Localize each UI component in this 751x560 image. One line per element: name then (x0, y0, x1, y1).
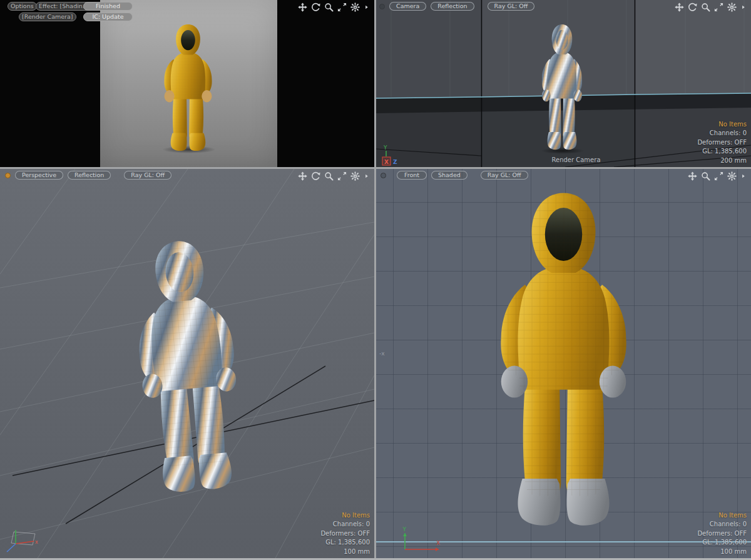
viewport-status: No Items Channels: 0 Deformers: OFF GL: … (320, 511, 370, 557)
shading-mode-button[interactable]: Reflection (431, 2, 474, 11)
pan-icon[interactable] (298, 171, 307, 181)
orbit-icon[interactable] (311, 3, 320, 12)
menu-arrow-icon[interactable] (364, 3, 369, 12)
deformers-status: Deformers: OFF (697, 138, 747, 148)
settings-gear-icon[interactable] (727, 171, 737, 181)
render-image (100, 0, 277, 167)
axis-gizmo: Y X (399, 526, 451, 553)
gl-polygon-count: GL: 1,385,600 (697, 538, 747, 547)
selection-status: No Items (697, 511, 747, 521)
shading-mode-button[interactable]: Reflection (68, 171, 111, 180)
menu-arrow-icon[interactable] (740, 171, 746, 181)
svg-text:Y: Y (383, 145, 387, 151)
svg-text:Z: Z (393, 159, 397, 165)
zoom-icon[interactable] (324, 171, 334, 181)
pan-icon[interactable] (675, 3, 684, 12)
viewport-splitter-vertical[interactable] (374, 0, 376, 560)
hazmat-suit-model[interactable] (158, 22, 218, 153)
deformers-status: Deformers: OFF (320, 529, 370, 539)
viewport-controls (298, 171, 369, 181)
hazmat-suit-model[interactable] (536, 22, 588, 152)
viewport-controls (298, 3, 369, 12)
pan-icon[interactable] (298, 3, 307, 12)
viewport-splitter-horizontal[interactable] (0, 167, 751, 169)
zoom-icon[interactable] (324, 3, 334, 12)
viewport-render-preview[interactable]: Options Effect: [Shadin... Finished [Ren… (0, 0, 374, 167)
grid-size: 100 mm (320, 547, 370, 557)
orbit-icon[interactable] (688, 3, 697, 12)
ic-update-button[interactable]: IC: Update (83, 13, 133, 21)
menu-arrow-icon[interactable] (364, 171, 369, 181)
ray-gl-button[interactable]: Ray GL: Off (488, 2, 535, 11)
svg-text:x: x (35, 539, 38, 545)
settings-gear-icon[interactable] (350, 3, 360, 12)
channels-status: Channels: 0 (320, 520, 370, 529)
orbit-icon[interactable] (311, 171, 320, 181)
channels-status: Channels: 0 (697, 520, 747, 529)
gl-polygon-count: GL: 1,385,600 (697, 147, 747, 156)
ray-gl-button[interactable]: Ray GL: Off (124, 171, 171, 180)
deformers-status: Deformers: OFF (697, 529, 747, 539)
viewport-camera[interactable]: Camera Reflection Ray GL: Off Render Cam… (376, 0, 751, 167)
maximize-icon[interactable] (714, 171, 723, 181)
ray-gl-button[interactable]: Ray GL: Off (481, 171, 528, 180)
hazmat-suit-model[interactable] (484, 186, 643, 532)
viewport-toolbar: Perspective Reflection Ray GL: Off (5, 171, 171, 180)
view-type-button[interactable]: Perspective (15, 171, 63, 180)
modo-quad-viewport-window: Options Effect: [Shadin... Finished [Ren… (0, 0, 751, 560)
options-button[interactable]: Options (8, 2, 37, 11)
shading-mode-button[interactable]: Shaded (431, 171, 467, 180)
settings-gear-icon[interactable] (727, 3, 737, 12)
svg-text:X: X (436, 540, 440, 546)
gl-polygon-count: GL: 1,385,600 (320, 538, 370, 547)
viewport-status: No Items Channels: 0 Deformers: OFF GL: … (697, 120, 747, 166)
view-rotate-icon[interactable] (379, 4, 385, 9)
axis-gizmo: x (4, 526, 40, 554)
view-rotate-icon[interactable] (381, 173, 386, 178)
view-type-button[interactable]: Front (397, 171, 427, 180)
maximize-icon[interactable] (337, 3, 347, 12)
zoom-icon[interactable] (701, 3, 710, 12)
viewport-perspective[interactable]: Perspective Reflection Ray GL: Off x No … (0, 169, 374, 558)
svg-text:Y: Y (402, 526, 407, 532)
channels-status: Channels: 0 (697, 129, 747, 138)
settings-gear-icon[interactable] (350, 171, 360, 181)
maximize-icon[interactable] (714, 3, 723, 12)
grid-size: 100 mm (697, 547, 747, 557)
hazmat-suit-model[interactable] (116, 231, 258, 500)
render-camera-select-button[interactable]: [Render Camera] (19, 13, 76, 21)
viewport-status: No Items Channels: 0 Deformers: OFF GL: … (697, 511, 747, 557)
viewport-controls (675, 3, 746, 12)
active-viewport-icon[interactable] (5, 173, 11, 178)
zoom-icon[interactable] (701, 171, 710, 181)
menu-arrow-icon[interactable] (740, 3, 746, 12)
axis-gizmo: Y X Z (379, 143, 404, 166)
axis-edge-label: -x (379, 350, 385, 357)
svg-text:X: X (384, 159, 389, 165)
viewport-front[interactable]: -x Front Shaded Ray GL: Off Y X No Items… (376, 169, 751, 558)
grid-size: 200 mm (697, 156, 747, 166)
pan-icon[interactable] (688, 171, 697, 181)
maximize-icon[interactable] (337, 171, 347, 181)
render-progress-button[interactable]: Finished (83, 2, 133, 11)
viewport-controls (688, 171, 746, 181)
viewport-toolbar: Front Shaded Ray GL: Off (381, 171, 528, 180)
view-type-button[interactable]: Camera (389, 2, 426, 11)
selection-status: No Items (320, 511, 370, 521)
viewport-toolbar: Camera Reflection Ray GL: Off (379, 2, 534, 11)
selection-status: No Items (697, 120, 747, 130)
